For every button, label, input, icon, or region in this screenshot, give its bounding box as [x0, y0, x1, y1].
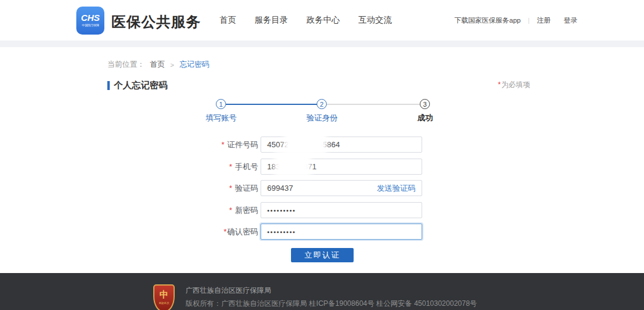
required-note: *为必填项: [498, 80, 530, 90]
login-link[interactable]: 登录: [564, 16, 577, 25]
breadcrumb-current: 忘记密码: [179, 60, 209, 70]
nav-item-home[interactable]: 首页: [219, 15, 236, 26]
brand-title: 医保公共服务: [112, 13, 201, 32]
id-number-suffix: 3145864: [309, 140, 340, 149]
main-nav: 首页 服务目录 政务中心 互动交流: [219, 0, 392, 41]
verify-code-input[interactable]: 699437 发送验证码: [261, 180, 422, 196]
confirm-password-label: *确认密码: [179, 227, 258, 237]
footer: 中 党政机关 广西壮族自治区医疗保障局 版权所有：广西壮族自治区医疗保障局 桂I…: [0, 273, 644, 310]
badge-label: 党政机关: [159, 301, 169, 305]
page-title: 个人忘记密码: [114, 80, 168, 91]
new-password-label: * 新密码: [179, 205, 258, 216]
link-divider: |: [528, 17, 530, 24]
new-password-mask: •••••••••: [267, 207, 296, 214]
step-connector-done: [226, 104, 317, 105]
required-star: *: [229, 206, 232, 215]
required-star: *: [221, 140, 224, 149]
header-links: 下载国家医保服务app | 注册 登录: [454, 0, 577, 41]
phone-label: * 手机号: [179, 162, 258, 172]
phone-input[interactable]: 1832371: [261, 159, 422, 175]
verify-code-label: * 验证码: [179, 183, 258, 194]
breadcrumb-separator: >: [171, 61, 174, 69]
id-number-label: * 证件号码: [179, 140, 258, 150]
step-1-circle: 1: [216, 99, 226, 109]
chs-logo[interactable]: CHS 中国医疗保障: [76, 7, 104, 35]
step-3-circle: 3: [420, 99, 430, 109]
logo-subtext: 中国医疗保障: [82, 24, 99, 27]
id-number-prefix: 450721: [267, 140, 293, 149]
step-1-label: 填写账号: [191, 113, 251, 123]
form-row-new-password: * 新密码 •••••••••: [179, 202, 422, 218]
required-star: *: [224, 227, 227, 236]
required-star: *: [229, 184, 232, 193]
page: CHS 中国医疗保障 医保公共服务 首页 服务目录 政务中心 互动交流 下载国家…: [0, 0, 644, 310]
nav-item-service-catalog[interactable]: 服务目录: [255, 15, 288, 26]
phone-suffix: 2371: [299, 162, 317, 171]
form-row-phone: * 手机号 1832371: [179, 159, 422, 175]
section-title: 个人忘记密码: [107, 80, 168, 91]
required-star: *: [229, 162, 232, 171]
id-number-input[interactable]: 4507213145864: [261, 137, 422, 153]
header: CHS 中国医疗保障 医保公共服务 首页 服务目录 政务中心 互动交流 下载国家…: [0, 0, 644, 41]
send-code-link[interactable]: 发送验证码: [377, 181, 416, 196]
logo-text: CHS: [81, 13, 100, 22]
form-row-confirm-password: *确认密码 •••••••••: [179, 224, 422, 240]
gov-agency-badge-icon[interactable]: 中 党政机关: [153, 284, 175, 310]
verify-now-button[interactable]: 立即认证: [291, 248, 354, 262]
step-connector-pending: [327, 104, 420, 105]
title-accent-bar: [107, 81, 110, 90]
breadcrumb-prefix: 当前位置：: [107, 60, 145, 70]
confirm-password-input[interactable]: •••••••••: [261, 224, 422, 240]
step-3-label: 成功: [395, 113, 455, 123]
required-note-star: *: [498, 80, 501, 89]
verify-code-value: 699437: [267, 184, 293, 193]
confirm-password-mask: •••••••••: [267, 228, 296, 235]
step-2-circle: 2: [317, 99, 327, 109]
register-link[interactable]: 注册: [537, 16, 550, 25]
phone-prefix: 183: [267, 162, 280, 171]
footer-copyright: 版权所有：广西壮族自治区医疗保障局 桂ICP备19008604号 桂公网安备 4…: [185, 299, 477, 309]
new-password-input[interactable]: •••••••••: [261, 202, 422, 218]
footer-org-name: 广西壮族自治区医疗保障局: [185, 286, 271, 296]
download-app-link[interactable]: 下载国家医保服务app: [454, 16, 521, 25]
badge-emblem: 中: [160, 290, 169, 299]
nav-item-gov-center[interactable]: 政务中心: [306, 15, 340, 26]
form-row-verify-code: * 验证码 699437 发送验证码: [179, 180, 422, 196]
header-separator-band: [0, 41, 644, 47]
nav-item-interaction[interactable]: 互动交流: [358, 15, 392, 26]
form-row-id-number: * 证件号码 4507213145864: [179, 137, 422, 153]
required-note-text: 为必填项: [501, 80, 530, 89]
step-2-label: 验证身份: [292, 113, 352, 123]
breadcrumb-home[interactable]: 首页: [150, 60, 165, 70]
breadcrumb: 当前位置： 首页 > 忘记密码: [107, 60, 209, 70]
